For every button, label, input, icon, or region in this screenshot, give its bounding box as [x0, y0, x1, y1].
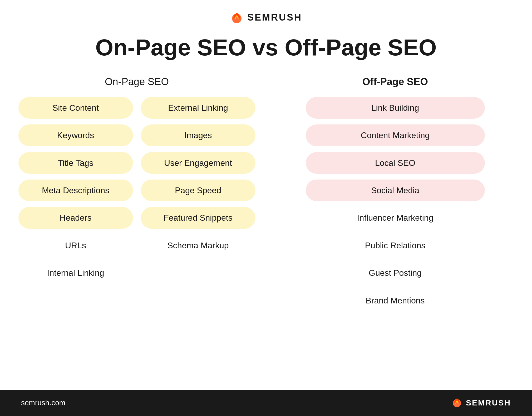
- offpage-list: Link Building Content Marketing Local SE…: [306, 97, 485, 311]
- footer-logo: SEMRUSH: [451, 396, 511, 409]
- main-content: SEMRUSH On-Page SEO vs Off-Page SEO On-P…: [0, 0, 532, 390]
- onpage-item-keywords: Keywords: [18, 124, 133, 146]
- page-title: On-Page SEO vs Off-Page SEO: [95, 35, 437, 60]
- onpage-item-featured-snippets: Featured Snippets: [141, 207, 255, 229]
- footer-semrush-icon: [451, 396, 463, 409]
- svg-point-1: [453, 399, 461, 407]
- onpage-item-images: Images: [141, 124, 255, 146]
- onpage-item-external-linking: External Linking: [141, 97, 255, 119]
- offpage-item-influencer-marketing: Influencer Marketing: [306, 207, 485, 229]
- onpage-item-site-content: Site Content: [18, 97, 133, 119]
- onpage-grid: Site Content External Linking Keywords I…: [18, 97, 255, 284]
- offpage-item-brand-mentions: Brand Mentions: [306, 290, 485, 311]
- comparison-container: On-Page SEO Site Content External Linkin…: [16, 76, 516, 311]
- column-divider: [266, 76, 266, 311]
- footer-logo-text: SEMRUSH: [466, 398, 511, 407]
- onpage-item-user-engagement: User Engagement: [141, 152, 255, 174]
- offpage-item-content-marketing: Content Marketing: [306, 124, 485, 146]
- svg-point-0: [232, 14, 242, 23]
- logo-text: SEMRUSH: [247, 12, 302, 23]
- onpage-item-page-speed: Page Speed: [141, 180, 255, 201]
- onpage-column: On-Page SEO Site Content External Linkin…: [16, 76, 258, 311]
- offpage-item-link-building: Link Building: [306, 97, 485, 119]
- footer-url: semrush.com: [21, 399, 65, 407]
- footer: semrush.com SEMRUSH: [0, 390, 532, 416]
- onpage-item-meta-descriptions: Meta Descriptions: [18, 180, 133, 201]
- semrush-logo-icon: [230, 11, 244, 24]
- logo-area: SEMRUSH: [230, 11, 302, 24]
- onpage-item-title-tags: Title Tags: [18, 152, 133, 174]
- offpage-header: Off-Page SEO: [362, 76, 428, 88]
- offpage-column: Off-Page SEO Link Building Content Marke…: [274, 76, 516, 311]
- offpage-item-public-relations: Public Relations: [306, 235, 485, 256]
- offpage-item-local-seo: Local SEO: [306, 152, 485, 174]
- offpage-item-social-media: Social Media: [306, 180, 485, 201]
- onpage-item-headers: Headers: [18, 207, 133, 229]
- onpage-item-urls: URLs: [18, 235, 133, 256]
- onpage-item-schema-markup: Schema Markup: [141, 235, 255, 256]
- offpage-item-guest-posting: Guest Posting: [306, 262, 485, 284]
- onpage-header: On-Page SEO: [105, 76, 169, 88]
- onpage-item-internal-linking: Internal Linking: [18, 262, 133, 284]
